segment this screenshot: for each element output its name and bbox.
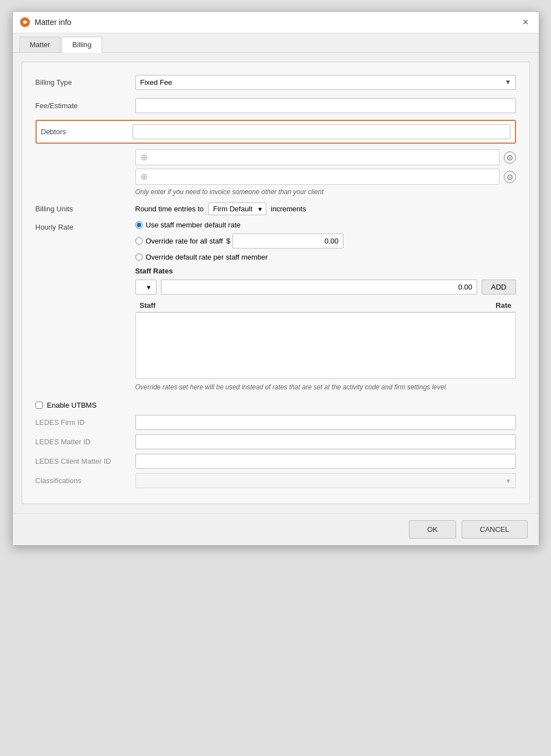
classifications-row: Classifications ▼ [36,473,516,488]
debtor-up-btn-1[interactable]: ⊙ [504,151,516,164]
matter-info-dialog: Matter info × Matter Billing Billing Typ… [12,11,539,546]
radio-override-per-label: Override default rate per staff member [146,253,268,261]
billing-units-prefix: Round time entries to [135,205,204,213]
ledes-firm-id-input [135,415,516,430]
add-debtor-field-2[interactable]: ⊕ [135,169,499,185]
override-note: Override rates set here will be used ins… [135,382,516,392]
radio-staff-default-label: Use staff member default rate [146,221,241,229]
ledes-matter-id-input [135,434,516,449]
staff-rates-row: Araceli T. Nguyen ▼ ADD [135,280,516,295]
billing-units-row: Billing Units Round time entries to Firm… [36,202,516,215]
title-bar-left: Matter info [19,17,72,28]
add-staff-rate-button[interactable]: ADD [482,280,515,295]
add-debtor-wrapper-1: ⊕ ⊙ [135,149,516,165]
form-panel: Billing Type Fixed Fee Hourly Flat Fee C… [22,62,530,504]
debtor-up-btn-2[interactable]: ⊙ [504,171,516,183]
dialog-footer: OK CANCEL [13,513,539,545]
dollar-symbol: $ [226,237,230,245]
override-rate-input[interactable] [232,234,343,248]
staff-rates-section: Staff Rates Araceli T. Nguyen ▼ ADD Staf… [36,267,516,392]
staff-table-header: Staff Rate [135,299,516,312]
radio-override-per-input[interactable] [135,253,143,261]
debtors-input[interactable]: Roger Gates [133,124,510,139]
tab-billing[interactable]: Billing [62,37,102,53]
fee-estimate-row: Fee/Estimate 0.00 [36,97,516,114]
fee-estimate-label: Fee/Estimate [36,102,135,110]
billing-type-select-wrapper: Fixed Fee Hourly Flat Fee Contingency ▼ [135,75,516,90]
enable-utbms-row: Enable UTBMS [36,401,516,409]
radio-staff-default: Use staff member default rate [135,221,343,229]
ledes-client-matter-id-label: LEDES Client Matter ID [36,457,135,465]
tab-matter[interactable]: Matter [19,37,61,52]
plus-icon-1: ⊕ [140,152,148,163]
dialog-title: Matter info [35,18,72,27]
fee-estimate-input[interactable]: 0.00 [135,98,516,113]
ledes-matter-id-row: LEDES Matter ID [36,434,516,449]
staff-select[interactable]: Araceli T. Nguyen [135,280,156,295]
staff-table-body [135,312,516,379]
override-dollar-wrapper: $ [226,234,343,248]
ledes-client-matter-id-input [135,454,516,469]
hourly-rate-label: Hourly Rate [36,221,135,231]
radio-override-per: Override default rate per staff member [135,253,343,261]
ledes-firm-id-label: LEDES Firm ID [36,418,135,427]
radio-override-all-label: Override rate for all staff [146,237,223,245]
cancel-button[interactable]: CANCEL [462,520,528,539]
billing-units-select-wrapper: Firm Default 6 min 15 min 30 min 1 hour … [208,202,266,215]
enable-utbms-checkbox[interactable] [36,402,43,409]
fee-estimate-control: 0.00 [135,98,516,113]
title-bar: Matter info × [13,12,539,33]
hourly-rate-row: Hourly Rate Use staff member default rat… [36,221,516,261]
ledes-client-matter-id-row: LEDES Client Matter ID [36,454,516,469]
enable-utbms-label: Enable UTBMS [47,401,97,409]
debtors-row: Debtors Roger Gates [36,120,516,144]
staff-col-header: Staff [140,301,445,309]
app-icon [19,17,31,28]
staff-rates-title: Staff Rates [135,267,516,275]
billing-type-select[interactable]: Fixed Fee Hourly Flat Fee Contingency [135,75,516,90]
billing-units-suffix: increments [271,205,306,213]
billing-units-content: Round time entries to Firm Default 6 min… [135,202,306,215]
add-debtor-row-2: ⊕ ⊙ [36,169,516,185]
radio-staff-default-input[interactable] [135,221,143,229]
add-debtor-row-1: ⊕ ⊙ [36,149,516,165]
radio-override-all: Override rate for all staff $ [135,234,343,248]
hourly-rate-options: Use staff member default rate Override r… [135,221,343,261]
billing-units-label: Billing Units [36,205,135,213]
staff-select-wrapper: Araceli T. Nguyen ▼ [135,280,156,295]
classifications-select [135,473,516,488]
close-button[interactable]: × [519,16,532,28]
debtor-hint: Only enter if you need to invoice someon… [36,188,516,196]
add-debtor-field-1[interactable]: ⊕ [135,149,499,165]
billing-type-label: Billing Type [36,78,135,87]
debtors-label: Debtors [41,128,133,136]
billing-units-select[interactable]: Firm Default 6 min 15 min 30 min 1 hour [208,202,266,215]
staff-rate-input[interactable] [161,280,478,295]
ledes-matter-id-label: LEDES Matter ID [36,438,135,446]
ok-button[interactable]: OK [409,520,456,539]
classifications-select-wrapper: ▼ [135,473,516,488]
billing-type-row: Billing Type Fixed Fee Hourly Flat Fee C… [36,73,516,91]
content-area: Billing Type Fixed Fee Hourly Flat Fee C… [13,53,539,513]
add-debtor-wrapper-2: ⊕ ⊙ [135,169,516,185]
ledes-firm-id-row: LEDES Firm ID [36,415,516,430]
tabs-bar: Matter Billing [13,33,539,53]
plus-icon-2: ⊕ [140,171,148,182]
billing-type-control: Fixed Fee Hourly Flat Fee Contingency ▼ [135,75,516,90]
radio-override-all-input[interactable] [135,237,143,245]
classifications-label: Classifications [36,476,135,485]
rate-col-header: Rate [445,301,512,309]
